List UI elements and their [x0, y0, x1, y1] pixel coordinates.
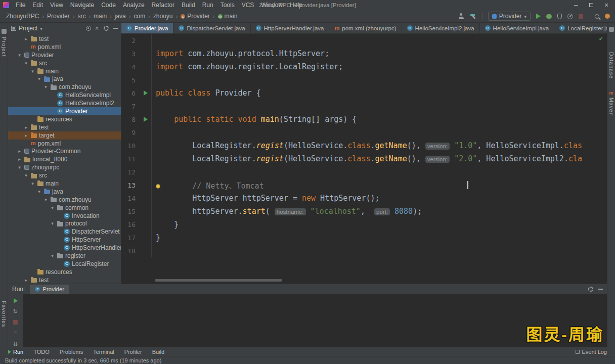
- menu-vcs[interactable]: VCS: [238, 1, 258, 10]
- editor-tab-dispatcherservlet-java[interactable]: CDispatcherServlet.java: [173, 23, 250, 33]
- toolwindow-tab-run[interactable]: Run: [8, 349, 23, 355]
- chevron-down-icon[interactable]: [40, 25, 42, 32]
- tree-item-main[interactable]: ▾main: [8, 67, 121, 75]
- expander-icon[interactable]: ▸: [17, 157, 22, 162]
- search-everywhere-icon[interactable]: [595, 14, 599, 19]
- toolwindow-tab-todo[interactable]: TODO: [33, 349, 50, 355]
- expander-icon[interactable]: ▾: [43, 197, 49, 202]
- code-text[interactable]: httpServer.start( hostname: "localhost",…: [152, 207, 422, 216]
- intention-bulb-icon[interactable]: [156, 184, 160, 189]
- editor-tab-pom-xml-zhouyurpc-[interactable]: mpom.xml (zhouyurpc): [329, 23, 402, 33]
- gear-icon[interactable]: [588, 287, 593, 292]
- project-toolwindow-icon[interactable]: [2, 29, 7, 34]
- updates-icon[interactable]: [605, 14, 610, 19]
- maven-rail-label[interactable]: Maven: [608, 98, 614, 116]
- editor-tab-helloserviceimpl2-java[interactable]: CHelloServiceImpl2.java: [402, 23, 480, 33]
- menu-run[interactable]: Run: [199, 1, 217, 10]
- build-hammer-icon[interactable]: [470, 13, 476, 20]
- profiler-icon[interactable]: [567, 14, 573, 19]
- run-config-select[interactable]: Provider: [488, 12, 531, 21]
- tree-item-provider-common[interactable]: ▸Provider-Common: [8, 147, 121, 155]
- tree-item-protocol[interactable]: ▾protocol: [8, 219, 121, 228]
- tree-item-httpserverhandler[interactable]: CHttpServerHandler: [8, 244, 121, 252]
- breadcrumb-item-provider[interactable]: Provider: [46, 12, 71, 20]
- run-line-icon[interactable]: [144, 117, 148, 122]
- tree-item-pom-xml[interactable]: mpom.xml: [8, 140, 121, 148]
- menu-file[interactable]: File: [12, 1, 29, 10]
- tree-item-java[interactable]: ▾java: [8, 188, 121, 196]
- tree-item-resources[interactable]: resources: [8, 268, 121, 276]
- breadcrumb-item-provider[interactable]: cProvider: [180, 12, 211, 20]
- hide-panel-icon[interactable]: [598, 289, 603, 290]
- expander-icon[interactable]: ▾: [17, 165, 22, 170]
- tree-item-src[interactable]: ▾src: [8, 171, 121, 179]
- menu-code[interactable]: Code: [98, 1, 119, 10]
- menu-navigate[interactable]: Navigate: [67, 1, 98, 10]
- hide-panel-icon[interactable]: [113, 28, 118, 29]
- tree-item-test[interactable]: ▸test: [8, 276, 121, 284]
- breadcrumb-item-java[interactable]: java: [114, 12, 127, 20]
- run-line-icon[interactable]: [144, 90, 148, 96]
- inspection-ok-icon[interactable]: ✔: [599, 35, 603, 42]
- tree-item-dispatcherservlet[interactable]: CDispatcherServlet: [8, 228, 121, 236]
- code-text[interactable]: public static void main(String[] args) {: [152, 115, 357, 124]
- code-text[interactable]: public class Provider {: [152, 88, 261, 98]
- expander-icon[interactable]: ▾: [50, 253, 55, 258]
- menu-analyze[interactable]: Analyze: [119, 1, 148, 10]
- project-panel-title[interactable]: Project: [19, 25, 37, 32]
- tree-item-common[interactable]: ▾common: [8, 204, 121, 212]
- maximize-button[interactable]: [585, 1, 598, 10]
- tree-item-zhouyurpc[interactable]: ▾zhouyurpc: [8, 163, 121, 171]
- menu-build[interactable]: Build: [178, 1, 199, 10]
- toolwindow-tab-event-log[interactable]: Event Log: [576, 349, 607, 355]
- toolwindow-tab-problems[interactable]: Problems: [60, 349, 83, 355]
- debug-button[interactable]: [546, 14, 552, 19]
- close-button[interactable]: [600, 1, 613, 10]
- coverage-icon[interactable]: [557, 14, 562, 19]
- plugin-toolwindow-icon[interactable]: [609, 27, 614, 32]
- tree-item-target[interactable]: ▸target: [8, 131, 121, 140]
- project-rail-label[interactable]: Project: [1, 37, 7, 57]
- code-text[interactable]: LocalRegister.regist(HelloService.class.…: [152, 154, 582, 163]
- editor-tab-httpserverhandler-java[interactable]: CHttpServerHandler.java: [251, 23, 330, 33]
- gutter-marker[interactable]: [140, 86, 152, 100]
- editor-tab-localregister-java[interactable]: CLocalRegister.java: [554, 23, 607, 33]
- toolwindow-tab-terminal[interactable]: Terminal: [93, 349, 114, 355]
- tree-item-provider[interactable]: CProvider: [8, 107, 121, 115]
- scroll-to-end-icon[interactable]: ⇊: [13, 341, 18, 347]
- tree-item-localregister[interactable]: CLocalRegister: [8, 260, 121, 268]
- code-text[interactable]: import com.zhouyu.protocol.HttpServer;: [152, 49, 329, 58]
- tree-item-main[interactable]: ▾main: [8, 179, 121, 188]
- tree-item-httpserver[interactable]: CHttpServer: [8, 236, 121, 244]
- code-text[interactable]: import com.zhouyu.register.LocalRegister…: [152, 62, 343, 71]
- collapse-all-icon[interactable]: [95, 27, 101, 30]
- tree-item-resources[interactable]: resources: [8, 115, 121, 123]
- code-text[interactable]: }: [152, 233, 160, 242]
- gutter-marker[interactable]: [140, 113, 152, 126]
- restart-icon[interactable]: ↻: [13, 309, 18, 314]
- expander-icon[interactable]: ▾: [23, 173, 29, 178]
- expander-icon[interactable]: ▾: [23, 61, 29, 66]
- tree-item-com-zhouyu[interactable]: ▾com.zhouyu: [8, 196, 121, 204]
- database-rail-label[interactable]: Database: [608, 52, 614, 79]
- run-button[interactable]: [536, 14, 541, 19]
- expander-icon[interactable]: ▸: [23, 36, 29, 41]
- expander-icon[interactable]: ▾: [30, 69, 35, 74]
- editor-tab-helloserviceimpl-java[interactable]: CHelloServiceImpl.java: [480, 23, 555, 33]
- tree-item-com-zhouyu[interactable]: ▾com.zhouyu: [8, 83, 121, 91]
- expander-icon[interactable]: ▾: [30, 181, 35, 186]
- tree-item-src[interactable]: ▾src: [8, 59, 121, 67]
- expander-icon[interactable]: ▾: [17, 53, 22, 58]
- editor-tab-provider-java[interactable]: CProvider.java: [121, 23, 173, 33]
- tree-item-register[interactable]: ▾register: [8, 252, 121, 260]
- menu-view[interactable]: View: [47, 1, 67, 10]
- tree-item-test[interactable]: ▸test: [8, 35, 121, 43]
- horizontal-scrollbar[interactable]: [155, 279, 282, 282]
- breadcrumb-item-zhouyurpc[interactable]: ZhouyuRPC: [5, 12, 40, 20]
- breadcrumb-item-com[interactable]: com: [133, 12, 146, 20]
- code-editor[interactable]: 23import com.zhouyu.protocol.HttpServer;…: [121, 34, 607, 284]
- run-console-tab[interactable]: C Provider: [30, 285, 69, 294]
- code-text[interactable]: HttpServer httpServer = new HttpServer()…: [152, 194, 380, 203]
- tree-item-helloserviceimpl2[interactable]: CHelloServiceImpl2: [8, 99, 121, 107]
- menu-edit[interactable]: Edit: [29, 1, 47, 10]
